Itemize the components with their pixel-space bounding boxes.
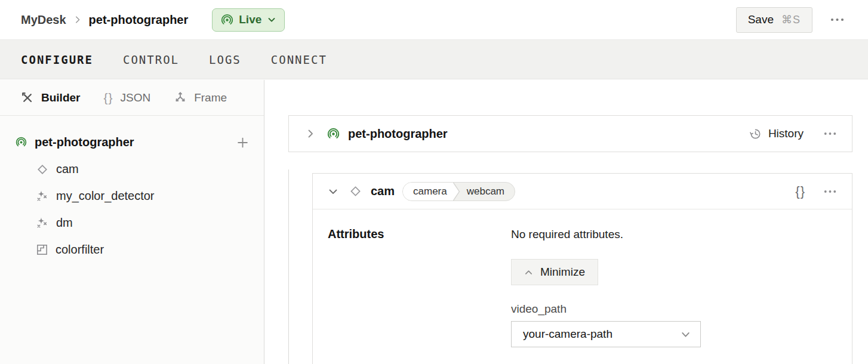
machine-part-tree: pet-photographer cam (0, 116, 264, 263)
braces-icon[interactable]: {} (795, 184, 805, 199)
view-builder-label: Builder (41, 91, 80, 104)
attributes-section-content: No required attributes. Minimize video_p… (511, 227, 701, 347)
badge-divider-chevron (452, 183, 461, 200)
tools-icon (21, 91, 34, 104)
history-label: History (768, 127, 804, 140)
view-builder[interactable]: Builder (21, 91, 80, 104)
breadcrumb-machine-name: pet-photographer (89, 13, 189, 27)
service-sparkles-icon (36, 190, 49, 203)
header-overflow-menu-button[interactable] (828, 14, 847, 25)
component-diamond-icon (36, 163, 49, 176)
video-path-selected-value: your-camera-path (523, 328, 612, 341)
machine-card-title: pet-photographer (348, 127, 448, 141)
view-frame[interactable]: Frame (174, 91, 227, 104)
badge-model-label: webcam (461, 183, 515, 200)
tree-item-cam[interactable]: cam (0, 156, 264, 183)
header-actions: Save ⌘S (736, 7, 847, 33)
attributes-section-label: Attributes (328, 227, 384, 241)
view-json-label: JSON (120, 91, 150, 104)
chevron-right-icon (73, 16, 82, 24)
collapse-chevron-down-icon[interactable] (326, 184, 340, 199)
component-name: cam (371, 184, 395, 198)
component-card-header: cam camera webcam {} (313, 174, 852, 209)
save-shortcut-hint: ⌘S (781, 13, 801, 26)
broadcast-live-icon (221, 14, 233, 26)
breadcrumb-organization[interactable]: MyDesk (21, 13, 66, 27)
tree-item-my-color-detector[interactable]: my_color_detector (0, 183, 264, 209)
component-diamond-icon (349, 184, 362, 198)
frame-axes-icon (174, 91, 187, 104)
video-path-field-label: video_path (511, 302, 701, 316)
save-button-label: Save (748, 13, 774, 26)
braces-icon: {} (103, 91, 113, 105)
breadcrumb: MyDesk pet-photographer (21, 13, 188, 27)
component-card-actions: {} (795, 184, 839, 199)
service-sparkles-icon (36, 217, 49, 230)
badge-api-label: camera (403, 183, 452, 200)
module-icon (36, 243, 48, 256)
view-mode-toggle: Builder {} JSON Frame (0, 80, 264, 116)
main-nav-tabs: CONFIGURE CONTROL LOGS CONNECT (0, 40, 868, 79)
tree-machine-row[interactable]: pet-photographer (0, 129, 264, 156)
history-button[interactable]: History (749, 127, 804, 140)
config-sidebar: Builder {} JSON Frame (0, 80, 264, 364)
view-json[interactable]: {} JSON (103, 91, 150, 105)
machine-card-menu-button[interactable] (821, 128, 839, 139)
component-card-cam: cam camera webcam {} (312, 173, 852, 364)
ellipsis-icon (824, 132, 836, 135)
expand-chevron-right-icon[interactable] (303, 127, 318, 141)
video-path-select[interactable]: your-camera-path (511, 321, 701, 347)
tree-item-label: cam (56, 162, 79, 176)
tree-item-label: colorfilter (56, 243, 104, 257)
tab-configure[interactable]: CONFIGURE (21, 53, 93, 66)
view-frame-label: Frame (194, 91, 227, 104)
add-component-button[interactable] (237, 137, 248, 148)
history-clock-icon (749, 128, 762, 140)
tab-control[interactable]: CONTROL (123, 53, 179, 66)
save-button[interactable]: Save ⌘S (736, 7, 812, 33)
top-header: MyDesk pet-photographer Live Save (0, 0, 868, 40)
tree-item-label: dm (56, 216, 73, 230)
tree-item-label: my_color_detector (56, 189, 155, 203)
no-required-attributes-text: No required attributes. (511, 227, 701, 242)
chevron-up-icon (524, 268, 533, 277)
minimize-button[interactable]: Minimize (511, 259, 598, 285)
config-main-panel: pet-photographer History (265, 80, 868, 364)
tree-machine-name: pet-photographer (35, 135, 134, 149)
broadcast-live-icon (16, 137, 27, 148)
chevron-down-icon (267, 15, 276, 24)
ellipsis-icon (824, 190, 836, 193)
minimize-button-label: Minimize (540, 266, 585, 279)
component-type-badge: camera webcam (402, 182, 515, 201)
tree-item-colorfilter[interactable]: colorfilter (0, 236, 264, 263)
machine-card: pet-photographer History (288, 115, 852, 152)
ellipsis-icon (830, 18, 844, 21)
tree-connector-line (288, 169, 289, 364)
tab-logs[interactable]: LOGS (209, 53, 241, 66)
app-window: MyDesk pet-photographer Live Save (0, 0, 868, 364)
component-card-menu-button[interactable] (821, 186, 839, 197)
tree-item-dm[interactable]: dm (0, 209, 264, 236)
machine-status-badge[interactable]: Live (212, 8, 285, 32)
broadcast-live-icon (327, 128, 340, 140)
chevron-down-icon (681, 329, 691, 340)
tab-connect[interactable]: CONNECT (271, 53, 327, 66)
status-badge-label: Live (239, 13, 261, 26)
